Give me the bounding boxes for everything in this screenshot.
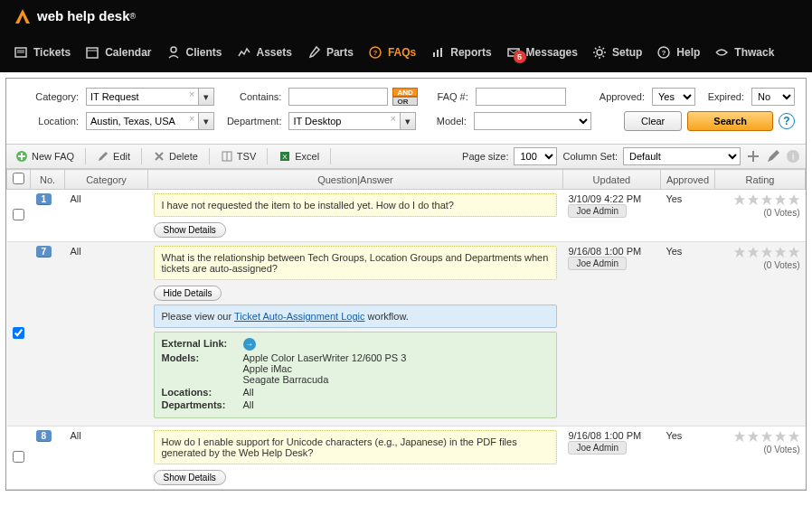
chevron-down-icon[interactable]: ▾ xyxy=(198,112,214,130)
answer-link[interactable]: Ticket Auto-Assignment Logic xyxy=(234,311,365,322)
nav-faqs[interactable]: ?FAQs xyxy=(368,45,416,60)
contains-input[interactable] xyxy=(288,88,388,106)
clear-icon[interactable]: × xyxy=(386,112,399,130)
answer-box: Please view our Ticket Auto-Assignment L… xyxy=(154,305,558,328)
svg-text:i: i xyxy=(792,152,794,162)
faq-number[interactable]: 8 xyxy=(36,430,52,442)
nav-help[interactable]: ?Help xyxy=(656,45,700,60)
pagesize-label: Page size: xyxy=(462,151,508,162)
vote-count: (0 Votes) xyxy=(721,208,800,218)
andor-toggle[interactable]: ANDOR xyxy=(392,88,417,106)
chevron-down-icon[interactable]: ▾ xyxy=(400,112,416,130)
row-checkbox[interactable] xyxy=(13,327,24,339)
row-approved: Yes xyxy=(660,242,714,426)
contains-label: Contains: xyxy=(220,91,283,102)
svg-rect-3 xyxy=(87,48,98,58)
svg-rect-10 xyxy=(440,48,442,57)
svg-text:X: X xyxy=(283,153,288,161)
nav-tickets[interactable]: Tickets xyxy=(14,45,71,60)
info-icon[interactable]: i xyxy=(786,149,800,164)
clear-icon[interactable]: × xyxy=(185,88,198,106)
delete-button[interactable]: Delete xyxy=(149,150,202,163)
col-qa[interactable]: Question|Answer xyxy=(148,170,563,190)
expired-select[interactable]: No xyxy=(751,88,795,106)
faqno-label: FAQ #: xyxy=(423,91,470,102)
vote-count: (0 Votes) xyxy=(721,260,800,270)
clear-button[interactable]: Clear xyxy=(624,111,682,131)
chevron-down-icon[interactable]: ▾ xyxy=(198,88,214,106)
nav-thwack[interactable]: Thwack xyxy=(714,45,774,60)
col-approved[interactable]: Approved xyxy=(660,170,714,190)
help-icon[interactable]: ? xyxy=(779,113,795,129)
col-updated[interactable]: Updated xyxy=(562,170,660,190)
nav-setup[interactable]: Setup xyxy=(592,45,642,60)
rating-stars[interactable] xyxy=(721,430,800,443)
approved-select[interactable]: Yes xyxy=(652,88,695,106)
updated-date: 3/10/09 4:22 PM xyxy=(568,193,655,204)
external-link-icon[interactable]: → xyxy=(243,338,256,351)
approved-label: Approved: xyxy=(590,91,647,102)
department-combo[interactable]: ×▾ xyxy=(288,112,415,130)
category-input[interactable] xyxy=(86,88,185,106)
new-faq-button[interactable]: New FAQ xyxy=(12,150,78,163)
clear-icon[interactable]: × xyxy=(185,112,198,130)
nav-messages[interactable]: Messages5 xyxy=(506,45,578,60)
svg-rect-8 xyxy=(433,52,435,57)
row-category: All xyxy=(65,190,148,242)
category-combo[interactable]: ×▾ xyxy=(86,88,214,106)
colset-label: Column Set: xyxy=(562,151,618,162)
updated-date: 9/16/08 1:00 PM xyxy=(568,246,655,257)
nav-reports[interactable]: Reports xyxy=(430,45,491,60)
updated-user[interactable]: Joe Admin xyxy=(568,257,627,270)
row-checkbox[interactable] xyxy=(13,451,24,463)
brand-logo: web help desk® xyxy=(14,0,798,32)
row-approved: Yes xyxy=(660,426,714,490)
excel-button[interactable]: XExcel xyxy=(275,150,323,163)
nav-clients[interactable]: Clients xyxy=(166,45,222,60)
faqno-input[interactable] xyxy=(476,88,566,106)
updated-date: 9/16/08 1:00 PM xyxy=(568,430,655,441)
rating-stars[interactable] xyxy=(721,246,800,258)
faq-number[interactable]: 7 xyxy=(36,246,52,258)
col-rating[interactable]: Rating xyxy=(715,170,806,190)
row-category: All xyxy=(65,242,148,426)
location-combo[interactable]: ×▾ xyxy=(86,112,214,130)
pencil-icon[interactable] xyxy=(766,149,780,164)
nav-assets[interactable]: Assets xyxy=(237,45,292,60)
table-row: 8 All How do I enable support for Unicod… xyxy=(7,426,806,490)
department-input[interactable] xyxy=(288,112,386,130)
show-details-button[interactable]: Show Details xyxy=(154,222,226,238)
row-checkbox[interactable] xyxy=(13,209,24,220)
col-category[interactable]: Category xyxy=(65,170,148,190)
model-label: Model: xyxy=(421,116,468,126)
edit-button[interactable]: Edit xyxy=(93,150,134,163)
svg-point-5 xyxy=(171,47,176,52)
pagesize-select[interactable]: 100 xyxy=(514,147,557,165)
messages-badge: 5 xyxy=(514,51,526,63)
updated-user[interactable]: Joe Admin xyxy=(568,441,627,454)
model-select[interactable] xyxy=(474,112,591,130)
department-label: Department: xyxy=(220,116,283,126)
show-details-button[interactable]: Show Details xyxy=(154,470,226,485)
category-label: Category: xyxy=(17,91,80,102)
updated-user[interactable]: Joe Admin xyxy=(568,204,627,218)
search-button[interactable]: Search xyxy=(687,111,773,131)
rating-stars[interactable] xyxy=(721,193,800,206)
row-category: All xyxy=(65,426,148,490)
vote-count: (0 Votes) xyxy=(721,445,800,454)
expired-label: Expired: xyxy=(701,91,746,102)
location-input[interactable] xyxy=(86,112,185,130)
nav-calendar[interactable]: Calendar xyxy=(85,45,151,60)
svg-text:?: ? xyxy=(662,49,666,57)
colset-select[interactable]: Default xyxy=(623,147,741,165)
question-text: How do I enable support for Unicode char… xyxy=(154,430,558,464)
tsv-button[interactable]: TSV xyxy=(217,150,260,163)
hide-details-button[interactable]: Hide Details xyxy=(154,286,222,301)
plus-icon[interactable] xyxy=(746,149,760,164)
faq-number[interactable]: 1 xyxy=(36,193,52,205)
nav-parts[interactable]: Parts xyxy=(307,45,354,60)
col-no[interactable]: No. xyxy=(31,170,65,190)
question-text: I have not requested the item to be inst… xyxy=(154,193,558,217)
select-all-checkbox[interactable] xyxy=(13,173,24,184)
question-text: What is the relationship between Tech Gr… xyxy=(154,246,558,280)
